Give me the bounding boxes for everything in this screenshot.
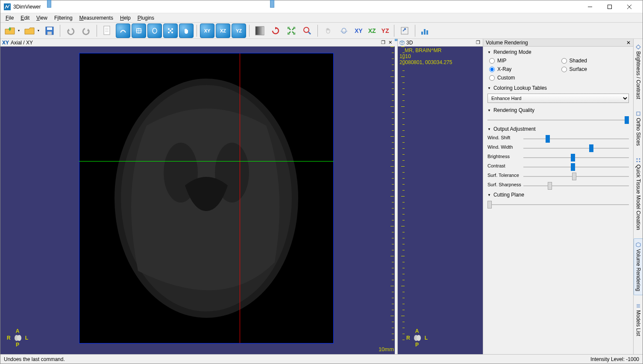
menu-measurements[interactable]: Measurements [76,14,117,22]
clut-header[interactable]: Coloring Lookup Tables [487,85,629,91]
maximize-button[interactable] [600,1,620,13]
save-button[interactable] [42,23,57,38]
plane-yz-button[interactable]: YZ [232,23,246,38]
label-xz-button[interactable]: XZ [366,26,378,36]
panel-close-icon[interactable]: ✕ [626,40,631,46]
crosshair-vertical[interactable] [240,53,240,343]
threeD-orient-left: R [406,335,410,341]
radio-custom[interactable]: Custom [489,75,557,81]
output-header[interactable]: Output Adjustment [487,126,629,132]
plane-xy-button[interactable]: XY [200,23,214,38]
wind-width-row: Wind. Width [487,144,629,150]
app-icon [4,3,11,10]
radio-surface[interactable]: Surface [561,66,629,72]
panel-header: Volume Rendering ✕ [483,39,633,47]
tool-grid-button[interactable] [163,23,178,38]
svg-line-23 [308,32,311,34]
document-button[interactable] [100,23,115,38]
svg-point-42 [639,161,640,162]
label-yz-button[interactable]: YZ [379,26,391,36]
svg-point-22 [304,27,309,32]
svg-point-40 [639,159,640,160]
menu-view[interactable]: View [33,14,51,22]
svg-rect-27 [424,29,426,35]
plane-xz-button[interactable]: XZ [216,23,230,38]
sidetab-volume-rendering[interactable]: Volume Rendering [634,238,643,295]
quality-header[interactable]: Rendering Quality [487,107,629,113]
tool-head-button[interactable] [147,23,162,38]
tool-hand-button[interactable] [179,23,194,38]
clut-combobox[interactable]: Enhance Hard [487,94,629,103]
rotate-head-button[interactable] [337,23,351,38]
zoom-button[interactable] [300,23,314,38]
open-dicom-button[interactable] [3,23,18,38]
menu-filtering[interactable]: Filtering [51,14,76,22]
status-right: Intensity Level: -1000 [590,356,639,362]
status-left: Undoes the last command. [4,356,65,362]
svg-point-18 [168,32,170,33]
open-dropdown[interactable]: ▾ [18,29,20,32]
fullscreen-button[interactable] [397,23,412,38]
viewport-splitter[interactable] [395,39,397,354]
tool-density-button[interactable] [116,23,130,38]
sidetab-brightness-contrast[interactable]: Brightness / Contrast [634,41,643,103]
open-file-dropdown[interactable]: ▾ [38,29,39,32]
menu-plugins[interactable]: Plugins [134,14,158,22]
close-pane-icon[interactable]: ✕ [387,40,393,46]
axial-viewport[interactable]: 10mm A R L P [0,47,395,354]
undo-button[interactable] [63,23,78,38]
svg-point-37 [637,45,640,49]
hand-tool-button[interactable] [321,23,335,38]
close-button[interactable] [620,1,639,13]
surf-sharpness-slider[interactable] [523,182,629,188]
threeD-overlay-text: MR, BRAIN^MR 1010 20080801, 003034.275 [399,47,452,65]
crosshair-horizontal[interactable] [79,161,334,161]
surf-tolerance-row: Surf. Tolerance [487,172,629,178]
rendering-mode-section: Rendering Mode MIP Shaded X-Ray Surface … [487,49,629,81]
restore-3d-icon[interactable]: ❐ [475,40,481,46]
tool-slices-button[interactable] [132,23,146,38]
surf-tolerance-slider[interactable] [523,172,629,178]
sidetab-ortho-slices[interactable]: Ortho Slices [634,107,643,150]
axial-ruler [385,47,394,354]
threeD-viewport[interactable]: MR, BRAIN^MR 1010 20080801, 003034.275 A… [398,47,483,354]
toolbar: ▾ ▾ XY XZ YZ XY XZ YZ [0,23,643,39]
sidetab-models-list[interactable]: Models List [634,299,643,340]
quality-slider[interactable] [487,116,629,122]
svg-rect-21 [255,26,264,35]
window-controls [580,1,639,13]
surf-sharpness-row: Surf. Sharpness [487,182,629,188]
expand-button[interactable] [284,23,299,38]
label-xy-button[interactable]: XY [352,26,365,36]
axial-orientation: A R L P [7,328,28,348]
menu-help[interactable]: Help [117,14,134,22]
menu-file[interactable]: File [2,14,17,22]
gradient-button[interactable] [253,23,267,38]
redo-button[interactable] [79,23,94,38]
radio-shaded[interactable]: Shaded [561,58,629,64]
cutting-plane-slider[interactable] [487,200,629,206]
open-file-button[interactable] [23,23,37,38]
sidetab-quick-tissue[interactable]: Quick Tissue Model Creation [634,154,643,234]
svg-point-15 [153,28,157,33]
menu-edit[interactable]: Edit [17,14,33,22]
radio-mip[interactable]: MIP [489,58,557,64]
brightness-slider[interactable] [523,153,629,159]
contrast-slider[interactable] [523,163,629,169]
wind-shift-slider[interactable] [523,135,629,141]
threeD-orient-bottom: P [406,342,428,348]
list-icon [636,303,641,308]
svg-point-24 [342,28,346,33]
histogram-button[interactable] [418,23,433,38]
restore-icon[interactable]: ❐ [380,40,386,46]
reload-button[interactable] [268,23,283,38]
minimize-button[interactable] [580,1,600,13]
statusbar: Undoes the last command. Intensity Level… [0,354,643,364]
wind-width-slider[interactable] [523,144,629,150]
radio-xray[interactable]: X-Ray [489,66,557,72]
rendering-mode-header[interactable]: Rendering Mode [487,49,629,55]
overlay-line2: 1010 [399,53,452,59]
threeD-orient-right: L [425,335,428,341]
orientation-cube-icon [413,334,422,342]
cutting-plane-header[interactable]: Cutting Plane [487,192,629,198]
